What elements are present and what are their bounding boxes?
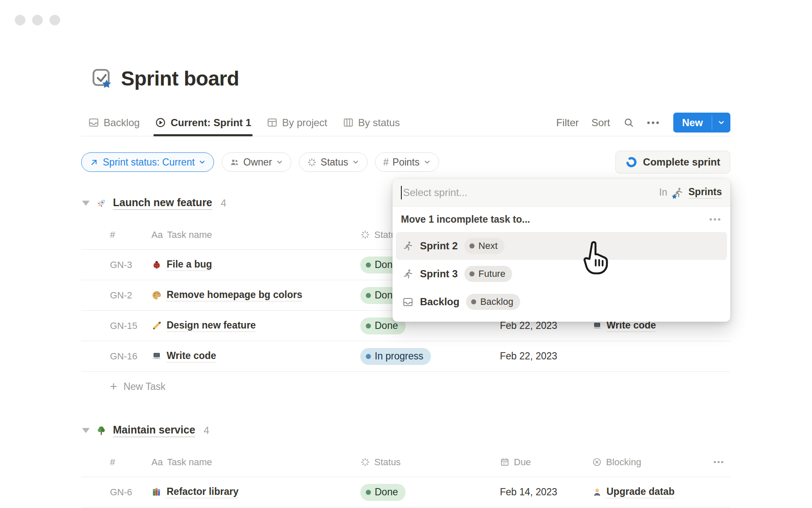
option-label: Sprint 3 <box>420 268 458 280</box>
runner-icon <box>402 240 414 252</box>
filter-button[interactable]: Filter <box>556 117 579 129</box>
collapse-toggle-icon[interactable] <box>82 201 90 206</box>
chevron-down-icon <box>352 158 359 166</box>
window-dot[interactable] <box>49 15 60 25</box>
sprints-database-link[interactable]: Sprints <box>689 186 722 199</box>
writing-hand-emoji-icon <box>151 320 162 331</box>
tab-by-project[interactable]: By project <box>266 109 327 136</box>
window-dot[interactable] <box>32 15 43 25</box>
option-label: Sprint 2 <box>420 240 458 252</box>
more-options-button[interactable]: ••• <box>647 117 661 128</box>
popup-more-button[interactable]: ••• <box>709 215 722 224</box>
task-row[interactable]: GN-6 Refactor library Done Feb 14, 2023 … <box>81 477 730 508</box>
task-title[interactable]: Design new feature <box>167 320 256 332</box>
task-title[interactable]: Refactor library <box>167 486 239 498</box>
popup-scope: In Sprints <box>659 186 722 199</box>
sprints-database-icon <box>672 187 684 199</box>
text-cursor <box>401 186 402 199</box>
sprint-search-row: In Sprints <box>392 179 730 207</box>
view-tabs: Backlog Current: Sprint 1 By project By … <box>81 109 400 136</box>
column-header-blocking[interactable]: Blocking <box>592 457 713 468</box>
group-title[interactable]: Maintain service <box>113 424 195 437</box>
column-header-name[interactable]: Aa Task name <box>151 457 360 468</box>
new-dropdown-button[interactable] <box>712 113 730 133</box>
status-dot-icon <box>469 271 475 276</box>
due-date[interactable]: Feb 22, 2023 <box>500 320 592 331</box>
sort-button[interactable]: Sort <box>592 117 610 129</box>
column-header-id[interactable]: # <box>81 457 151 468</box>
task-title[interactable]: Write code <box>167 350 216 362</box>
hash-icon: # <box>383 157 389 168</box>
task-title[interactable]: Remove homepage bg colors <box>167 289 302 301</box>
checkbox-star-page-icon[interactable] <box>91 68 113 90</box>
column-header-id[interactable]: # <box>81 229 151 240</box>
star-icon <box>671 193 678 200</box>
new-task-button[interactable]: + New Task <box>81 372 730 401</box>
new-button-label[interactable]: New <box>673 113 712 133</box>
group-count: 4 <box>204 425 209 436</box>
ladybug-emoji-icon <box>151 260 162 270</box>
plus-icon: + <box>110 380 117 394</box>
hand-pointer-cursor <box>579 240 611 279</box>
column-header-due[interactable]: Due <box>500 457 592 468</box>
option-sprint-3[interactable]: Sprint 3 Future <box>396 260 727 288</box>
window-dot[interactable] <box>15 15 25 25</box>
tab-label: By project <box>282 117 327 129</box>
sprint-status-badge: Next <box>464 238 504 254</box>
in-label: In <box>659 187 667 198</box>
page-header: Sprint board <box>91 67 239 90</box>
status-spinner-icon <box>360 457 370 467</box>
status-dot-icon <box>366 354 371 359</box>
table-icon <box>266 117 278 128</box>
status-badge[interactable]: In progress <box>360 348 431 365</box>
tab-by-status[interactable]: By status <box>343 109 400 136</box>
move-to-sprint-popup: In Sprints Move 1 incomplete task to... … <box>392 179 730 322</box>
column-header-status[interactable]: Status <box>360 457 500 468</box>
status-filter-chip[interactable]: Status <box>299 152 368 172</box>
sprint-status-filter-chip[interactable]: Sprint status: Current <box>81 152 214 172</box>
task-row[interactable]: GN-16 Write code In progress Feb 22, 202… <box>81 341 730 372</box>
column-options-button[interactable]: ••• <box>713 458 730 467</box>
aa-icon: Aa <box>151 229 163 240</box>
task-id: GN-3 <box>81 260 151 271</box>
points-filter-chip[interactable]: # Points <box>375 152 439 172</box>
collapse-toggle-icon[interactable] <box>82 428 90 433</box>
complete-sprint-button[interactable]: Complete sprint <box>615 151 730 174</box>
option-backlog[interactable]: Backlog Backlog <box>396 288 727 316</box>
new-button[interactable]: New <box>673 113 730 133</box>
option-sprint-2[interactable]: Sprint 2 Next <box>396 232 727 260</box>
sprint-options-list: Sprint 2 Next Sprint 3 Future Backlog Ba… <box>392 232 730 316</box>
task-title[interactable]: File a bug <box>167 259 212 271</box>
tab-current-sprint[interactable]: Current: Sprint 1 <box>155 109 251 136</box>
column-header-name[interactable]: Aa Task name <box>151 229 360 240</box>
status-dot-icon <box>366 323 371 329</box>
tab-backlog[interactable]: Backlog <box>88 109 140 136</box>
task-id: GN-6 <box>81 487 151 498</box>
sprint-search-input[interactable] <box>403 187 659 199</box>
blocking-cell[interactable]: Upgrade datab <box>592 486 713 498</box>
task-id: GN-15 <box>81 320 151 331</box>
status-dot-icon <box>366 262 371 268</box>
status-spinner-icon <box>307 157 317 167</box>
palette-emoji-icon <box>151 290 162 301</box>
group-title[interactable]: Launch new feature <box>113 196 212 210</box>
window-controls <box>15 15 60 25</box>
popup-heading: Move 1 incomplete task to... <box>401 214 530 225</box>
group-maintain-service: Maintain service 4 # Aa Task name Status… <box>81 421 730 508</box>
people-icon <box>230 157 239 167</box>
status-badge[interactable]: Done <box>360 484 406 501</box>
search-button[interactable] <box>623 117 634 128</box>
status-dot-icon <box>469 243 475 248</box>
button-label: Complete sprint <box>643 156 720 168</box>
owner-filter-chip[interactable]: Owner <box>222 152 291 172</box>
status-dot-icon <box>471 299 476 304</box>
aa-icon: Aa <box>151 457 163 468</box>
circle-x-icon <box>592 457 602 467</box>
blocking-task-link[interactable]: Upgrade datab <box>606 486 675 498</box>
sprint-status-badge: Backlog <box>466 294 520 310</box>
page-title: Sprint board <box>121 67 239 90</box>
due-date[interactable]: Feb 22, 2023 <box>500 351 592 362</box>
arrow-up-right-icon <box>89 157 99 167</box>
due-date[interactable]: Feb 14, 2023 <box>500 486 592 498</box>
laptop-emoji-icon <box>151 351 162 362</box>
